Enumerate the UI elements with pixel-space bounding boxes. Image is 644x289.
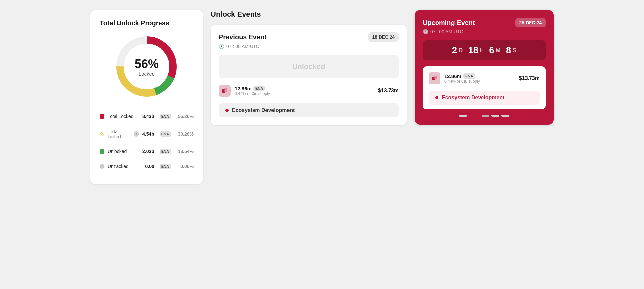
previous-event-date: 18 DEC 24	[368, 32, 399, 42]
previous-token-info: 12.86m ENA 0.44% of Cir. supply	[235, 86, 374, 96]
tbd-value: 4.54b	[142, 131, 154, 137]
countdown-minutes: 6	[489, 45, 494, 56]
upcoming-token-usd: $13.73m	[519, 75, 540, 81]
unlocked-badge: ENA	[160, 149, 171, 154]
upcoming-token-badge: ENA	[463, 73, 475, 79]
legend-row-untracked: Untracked 0.00 ENA 0.00%	[100, 159, 194, 174]
previous-token-amount: 12.86m	[235, 86, 252, 91]
untracked-badge: ENA	[160, 164, 171, 169]
previous-event-time: 🕐 07 : 00 AM UTC	[219, 44, 399, 49]
locked-value: 8.43b	[142, 114, 154, 119]
locked-dot	[100, 114, 104, 119]
locked-label: Total Locked	[108, 114, 139, 119]
unlocked-pct: 13.54%	[177, 149, 194, 154]
previous-category-btn[interactable]: Ecosystem Development	[219, 103, 399, 117]
svg-rect-7	[434, 76, 437, 79]
upcoming-category-btn[interactable]: Ecosystem Development	[429, 91, 540, 105]
upcoming-inner-card: 12.86m ENA 0.44% of Cir. supply $13.73m …	[423, 66, 546, 109]
upcoming-token-amount-row: 12.86m ENA	[444, 73, 515, 79]
previous-token-row: 12.86m ENA 0.44% of Cir. supply $13.73m	[219, 85, 399, 97]
locked-pct: 56.20%	[177, 114, 194, 119]
previous-token-badge: ENA	[253, 86, 265, 91]
previous-token-amount-row: 12.86m ENA	[235, 86, 374, 91]
locked-badge: ENA	[160, 114, 171, 119]
donut-label: Locked	[139, 71, 155, 77]
donut-center: 56% Locked	[135, 57, 159, 77]
untracked-label: Untracked	[108, 164, 142, 169]
previous-token-supply: 0.44% of Cir. supply	[235, 91, 374, 96]
countdown-hours: 18	[468, 45, 478, 56]
token-icon	[219, 85, 231, 97]
upcoming-category-label: Ecosystem Development	[442, 95, 504, 101]
unlocked-status-text: Unlocked	[292, 62, 325, 71]
upcoming-event-time: 🕐 07 : 00 AM UTC	[423, 29, 546, 34]
legend-row-tbd: TBD locked i 4.54b ENA 30.26%	[100, 124, 194, 144]
info-icon[interactable]: i	[134, 131, 139, 137]
category-dot	[225, 109, 229, 112]
previous-category-label: Ecosystem Development	[232, 107, 295, 113]
carousel-dot-5[interactable]	[501, 115, 509, 117]
countdown-minutes-unit: M	[496, 47, 501, 54]
untracked-dot	[100, 164, 104, 169]
upcoming-event-header: Upcoming Event 25 DEC 24	[423, 18, 546, 27]
upcoming-category-dot	[435, 96, 438, 99]
card-title: Total Unlock Progress	[100, 19, 194, 27]
upcoming-token-supply: 0.44% of Cir. supply	[444, 79, 515, 84]
upcoming-token-row: 12.86m ENA 0.44% of Cir. supply $13.73m	[429, 72, 540, 84]
tbd-pct: 30.26%	[177, 131, 194, 137]
legend: Total Locked 8.43b ENA 56.20% TBD locked…	[100, 109, 194, 174]
token-svg	[221, 87, 228, 94]
tbd-badge: ENA	[160, 131, 171, 137]
unlocked-value: 2.03b	[142, 149, 154, 154]
countdown-days: 2	[452, 45, 457, 56]
countdown-days-unit: D	[458, 47, 463, 54]
carousel-dots	[423, 115, 546, 117]
upcoming-clock-icon: 🕐	[423, 29, 428, 34]
unlocked-dot	[100, 149, 104, 154]
upcoming-event-card: Upcoming Event 25 DEC 24 🕐 07 : 00 AM UT…	[415, 10, 554, 125]
unlocked-label: Unlocked	[108, 149, 139, 154]
previous-event-name: Previous Event	[219, 33, 267, 41]
svg-rect-5	[224, 88, 227, 92]
untracked-value: 0.00	[145, 164, 154, 169]
unlocked-status-box: Unlocked	[219, 55, 399, 78]
countdown-seconds-unit: S	[512, 47, 516, 54]
tbd-dot	[100, 132, 104, 136]
countdown-seconds: 8	[506, 45, 511, 56]
upcoming-token-svg	[431, 75, 438, 82]
upcoming-token-amount: 12.86m	[444, 73, 461, 79]
previous-event-time-text: 07 : 00 AM UTC	[226, 44, 259, 49]
upcoming-event-name: Upcoming Event	[423, 19, 475, 27]
carousel-dot-2[interactable]	[469, 115, 480, 117]
main-container: Total Unlock Progress 56% Locked Tot	[90, 10, 554, 184]
carousel-dot-4[interactable]	[491, 115, 499, 117]
legend-row-locked: Total Locked 8.43b ENA 56.20%	[100, 109, 194, 124]
countdown-box: 2 D 18 H 6 M 8 S	[423, 40, 546, 60]
carousel-dot-1[interactable]	[459, 115, 467, 117]
legend-row-unlocked: Unlocked 2.03b ENA 13.54%	[100, 144, 194, 159]
clock-icon: 🕐	[219, 44, 224, 49]
previous-event-header: Previous Event 18 DEC 24	[219, 32, 399, 42]
upcoming-token-icon	[429, 72, 440, 84]
middle-section: Unlock Events Previous Event 18 DEC 24 🕐…	[211, 10, 407, 125]
upcoming-event-time-text: 07 : 00 AM UTC	[430, 29, 463, 34]
donut-container: 56% Locked	[100, 33, 194, 100]
previous-event-card: Previous Event 18 DEC 24 🕐 07 : 00 AM UT…	[211, 25, 407, 125]
total-unlock-card: Total Unlock Progress 56% Locked Tot	[90, 10, 203, 184]
countdown-hours-unit: H	[480, 47, 484, 54]
upcoming-token-info: 12.86m ENA 0.44% of Cir. supply	[444, 73, 515, 84]
section-title: Unlock Events	[211, 10, 407, 19]
previous-token-usd: $13.73m	[378, 88, 399, 94]
untracked-pct: 0.00%	[177, 164, 194, 169]
carousel-dot-3[interactable]	[482, 115, 489, 117]
tbd-label: TBD locked	[108, 129, 129, 139]
donut-percent: 56%	[135, 57, 159, 71]
upcoming-event-date: 25 DEC 24	[515, 18, 546, 27]
